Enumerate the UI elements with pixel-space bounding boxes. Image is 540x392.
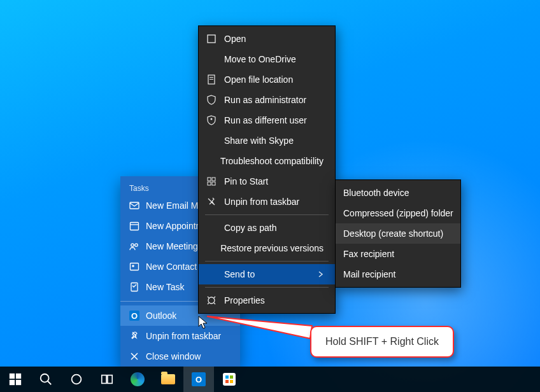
ctx-run-as-user[interactable]: Run as different user (199, 110, 335, 130)
svg-rect-5 (131, 263, 139, 270)
taskbar-taskview-button[interactable] (92, 367, 122, 392)
ctx-properties[interactable]: Properties (199, 290, 335, 311)
file-explorer-icon (161, 374, 175, 384)
search-icon (39, 372, 53, 386)
svg-rect-8 (208, 35, 215, 43)
svg-rect-26 (102, 375, 106, 384)
ctx-move-onedrive[interactable]: Move to OneDrive (199, 49, 335, 69)
ctx-item-label: Open (224, 34, 246, 44)
svg-rect-21 (10, 380, 15, 385)
edge-icon (131, 372, 145, 386)
ctx-item-label: Restore previous versions (220, 243, 323, 253)
ctx-item-label: Run as different user (224, 115, 307, 125)
sendto-bluetooth[interactable]: Bluetooth device (336, 183, 460, 203)
user-shield-icon (206, 115, 217, 125)
ctx-separator (205, 287, 329, 288)
desktop[interactable]: Tasks New Email Message New Appointment … (0, 0, 540, 392)
shield-icon (206, 95, 217, 105)
svg-rect-7 (131, 283, 138, 291)
taskbar-app-outlook[interactable] (183, 367, 214, 392)
mail-icon (129, 200, 139, 211)
blank-icon (206, 223, 217, 233)
ctx-separator (205, 261, 329, 262)
open-icon (206, 34, 217, 44)
ctx-run-as-admin[interactable]: Run as administrator (199, 90, 335, 110)
svg-line-24 (48, 381, 52, 385)
sendto-compressed[interactable]: Compressed (zipped) folder (336, 203, 460, 223)
ctx-item-label: Troubleshoot compatibility (220, 156, 323, 166)
jumplist-unpin[interactable]: Unpin from taskbar (120, 326, 240, 346)
ctx-restore-versions[interactable]: Restore previous versions (199, 238, 335, 258)
ctx-item-label: Desktop (create shortcut) (343, 228, 443, 239)
taskbar-app-store[interactable] (214, 367, 245, 392)
close-icon (129, 351, 139, 361)
callout-text: Hold SHIFT + Right Click (325, 336, 439, 347)
ctx-item-label: Open file location (224, 74, 293, 85)
ctx-open-file-location[interactable]: Open file location (199, 69, 335, 90)
instruction-callout: Hold SHIFT + Right Click (310, 326, 454, 358)
jumplist-item-label: New Contact (146, 262, 197, 272)
meeting-icon (129, 241, 139, 251)
svg-rect-1 (131, 223, 139, 230)
ctx-send-to[interactable]: Send to (199, 264, 335, 284)
submenu-arrow-icon (318, 269, 323, 279)
folder-location-icon (206, 74, 217, 85)
svg-rect-13 (208, 178, 211, 181)
start-button[interactable] (0, 367, 31, 392)
taskbar-cortana-button[interactable] (61, 367, 92, 392)
ctx-troubleshoot[interactable]: Troubleshoot compatibility (199, 151, 335, 171)
svg-rect-22 (16, 380, 21, 385)
svg-point-3 (131, 244, 134, 246)
taskview-icon (100, 372, 114, 386)
ctx-item-label: Properties (224, 295, 265, 305)
store-icon (223, 373, 236, 386)
pin-icon (206, 176, 217, 186)
ctx-item-label: Copy as path (224, 223, 277, 233)
sendto-desktop-shortcut[interactable]: Desktop (create shortcut) (336, 223, 460, 244)
ctx-item-label: Pin to Start (224, 176, 268, 186)
taskbar-search-button[interactable] (31, 367, 61, 392)
ctx-copy-as-path[interactable]: Copy as path (199, 218, 335, 238)
svg-rect-11 (210, 79, 213, 80)
sendto-mail[interactable]: Mail recipient (336, 264, 460, 284)
ctx-item-label: Mail recipient (343, 269, 395, 279)
taskbar-app-explorer[interactable] (153, 367, 183, 392)
ctx-item-label: Unpin from taskbar (224, 197, 299, 207)
svg-rect-27 (108, 375, 112, 384)
context-menu: Open Move to OneDrive Open file location… (198, 25, 336, 314)
ctx-item-label: Compressed (zipped) folder (343, 208, 453, 218)
ctx-item-label: Run as administrator (224, 95, 306, 105)
ctx-item-label: Bluetooth device (343, 188, 409, 198)
jumplist-item-label: Outlook (146, 311, 176, 321)
sendto-submenu: Bluetooth device Compressed (zipped) fol… (335, 179, 461, 288)
ctx-separator (205, 214, 329, 215)
ctx-share-skype[interactable]: Share with Skype (199, 130, 335, 151)
blank-icon (206, 54, 217, 64)
svg-rect-0 (130, 202, 139, 209)
blank-icon (206, 243, 213, 253)
ctx-pin-to-start[interactable]: Pin to Start (199, 171, 335, 192)
svg-point-4 (135, 244, 138, 246)
outlook-icon (129, 311, 139, 321)
ctx-item-label: Move to OneDrive (224, 54, 296, 64)
blank-icon (206, 269, 217, 279)
svg-rect-19 (10, 374, 15, 379)
svg-point-23 (41, 374, 49, 382)
blank-icon (206, 156, 213, 166)
windows-logo-icon (8, 372, 22, 386)
calendar-icon (129, 221, 139, 231)
blank-icon (206, 136, 217, 146)
sendto-fax[interactable]: Fax recipient (336, 244, 460, 264)
outlook-icon (192, 372, 206, 386)
taskbar-app-edge[interactable] (122, 367, 153, 392)
ctx-open[interactable]: Open (199, 29, 335, 49)
unpin-icon (129, 331, 139, 341)
jumplist-item-label: Close window (146, 351, 201, 361)
task-icon (129, 282, 139, 292)
ctx-unpin-taskbar[interactable]: Unpin from taskbar (199, 192, 335, 212)
svg-point-18 (208, 297, 215, 304)
svg-rect-16 (212, 182, 215, 185)
properties-icon (206, 295, 217, 305)
svg-point-6 (132, 265, 134, 267)
jumplist-close-window[interactable]: Close window (120, 346, 240, 367)
